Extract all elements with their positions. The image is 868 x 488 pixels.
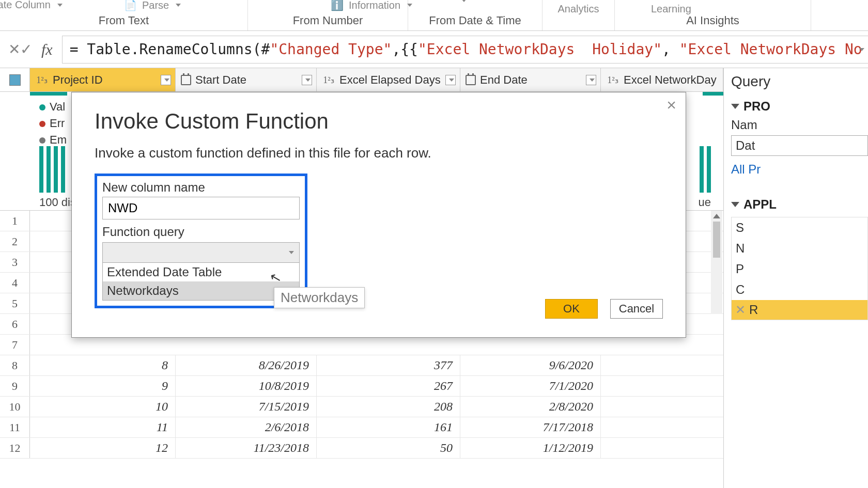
close-icon[interactable]: × (667, 96, 676, 115)
info-btn[interactable]: ℹ️Information (331, 0, 412, 11)
column-header-start-date[interactable]: Start Date (176, 68, 317, 91)
duplicate-column-btn[interactable]: Duplicate Column (0, 0, 63, 11)
row-number[interactable]: 6 (0, 314, 30, 334)
parse-btn[interactable]: 📄Parse (124, 0, 181, 11)
column-filter-icon[interactable] (586, 75, 596, 85)
tooltip: Networkdays (274, 287, 365, 308)
query-name-input[interactable]: Dat (731, 135, 868, 156)
step-item[interactable]: C (732, 279, 867, 300)
dialog-title: Invoke Custom Function (95, 109, 663, 134)
new-column-name-label: New column name (102, 180, 300, 195)
applied-steps-section[interactable]: APPL (731, 197, 868, 212)
all-properties-link[interactable]: All Pr (731, 162, 868, 177)
query-settings-panel: Query PRO Nam Dat All Pr APPL S N P C ✕ … (723, 68, 868, 488)
function-query-options: Extended Date Table Networkdays (102, 263, 300, 301)
caret-down-icon (731, 104, 739, 109)
chevron-down-icon (289, 251, 294, 254)
row-number[interactable]: 12 (0, 438, 30, 458)
panel-title: Query (731, 73, 868, 90)
column-filter-icon[interactable] (445, 75, 456, 85)
ribbon-group-datetime: From Date & Time (408, 0, 542, 30)
formula-confirm-icon[interactable]: ✓ (20, 39, 32, 60)
ok-button[interactable]: OK (545, 299, 598, 319)
formula-expand-icon[interactable] (859, 48, 864, 51)
ribbon-group-label: From Text (99, 14, 149, 27)
dialog-description: Invoke a custom function defined in this… (95, 145, 663, 161)
analytics-btn[interactable]: Analytics (542, 0, 615, 30)
row-number[interactable]: 7 (0, 335, 30, 355)
ribbon-group-number: ℹ️Information From Number (248, 0, 408, 30)
vertical-scrollbar[interactable] (711, 211, 722, 314)
date-type-icon (466, 75, 476, 85)
column-filter-icon[interactable] (302, 75, 312, 85)
step-item[interactable]: P (732, 259, 867, 279)
step-item[interactable]: S (732, 217, 867, 238)
row-number[interactable]: 8 (0, 355, 30, 375)
distinct-count: 100 dis (39, 196, 76, 209)
number-type-icon: 1²₃ (322, 74, 335, 86)
step-item-active[interactable]: ✕ R (732, 300, 867, 320)
row-number[interactable]: 11 (0, 417, 30, 437)
column-headers: 1²₃ Project ID Start Date 1²₃ Excel Elap… (0, 68, 723, 92)
ribbon-group-label: From Number (293, 14, 363, 27)
applied-steps-list: S N P C ✕ R (731, 217, 868, 320)
column-header-project-id[interactable]: 1²₃ Project ID (30, 68, 176, 91)
row-number[interactable]: 5 (0, 293, 30, 313)
step-item[interactable]: N (732, 238, 867, 259)
cancel-button[interactable]: Cancel (610, 299, 663, 319)
row-number[interactable]: 10 (0, 397, 30, 417)
row-number[interactable]: 2 (0, 231, 30, 251)
date-type-icon (181, 75, 191, 85)
name-label: Nam (731, 118, 868, 132)
table-corner[interactable] (0, 68, 30, 91)
column-header-end-date[interactable]: End Date (460, 68, 601, 91)
fx-icon[interactable]: fx (32, 41, 62, 58)
number-type-icon: 1²₃ (606, 74, 619, 86)
row-number[interactable]: 4 (0, 273, 30, 293)
ribbon-group-text: Duplicate Column 📄Parse From Text (0, 0, 248, 30)
invoke-custom-function-dialog: × Invoke Custom Function Invoke a custom… (71, 92, 686, 338)
column-header-elapsed-days[interactable]: 1²₃ Excel Elapsed Days (317, 68, 460, 91)
formula-bar: ✕ ✓ fx = Table.RenameColumns(#"Changed T… (0, 31, 868, 68)
row-number[interactable]: 1 (0, 211, 30, 231)
new-column-name-input[interactable] (102, 197, 300, 219)
formula-input[interactable]: = Table.RenameColumns(#"Changed Type",{{… (62, 36, 868, 64)
column-filter-icon[interactable] (161, 75, 171, 85)
ribbon-group-label: AI Insights (686, 14, 739, 27)
scroll-up-icon[interactable] (713, 214, 720, 218)
formula-cancel-icon[interactable]: ✕ (8, 39, 20, 60)
ribbon: Duplicate Column 📄Parse From Text ℹ️Info… (0, 0, 868, 31)
row-number[interactable]: 9 (0, 376, 30, 396)
function-query-label: Function query (102, 225, 300, 239)
number-type-icon: 1²₃ (35, 74, 49, 86)
delete-step-icon[interactable]: ✕ (735, 304, 746, 316)
function-query-select[interactable] (102, 242, 300, 263)
caret-down-icon (731, 202, 739, 207)
row-number[interactable]: 3 (0, 252, 30, 272)
distribution-bars (39, 146, 65, 193)
scroll-thumb[interactable] (713, 222, 720, 258)
quality-legend: Val Err Em (39, 100, 67, 150)
column-header-networkday[interactable]: 1²₃ Excel NetworkDay (601, 68, 723, 91)
ribbon-group-ai: Learning AI Insights (615, 0, 811, 30)
properties-section[interactable]: PRO (731, 99, 868, 114)
ribbon-group-label: From Date & Time (429, 14, 521, 27)
option-networkdays[interactable]: Networkdays (103, 281, 299, 300)
option-extended-date-table[interactable]: Extended Date Table (103, 263, 299, 281)
